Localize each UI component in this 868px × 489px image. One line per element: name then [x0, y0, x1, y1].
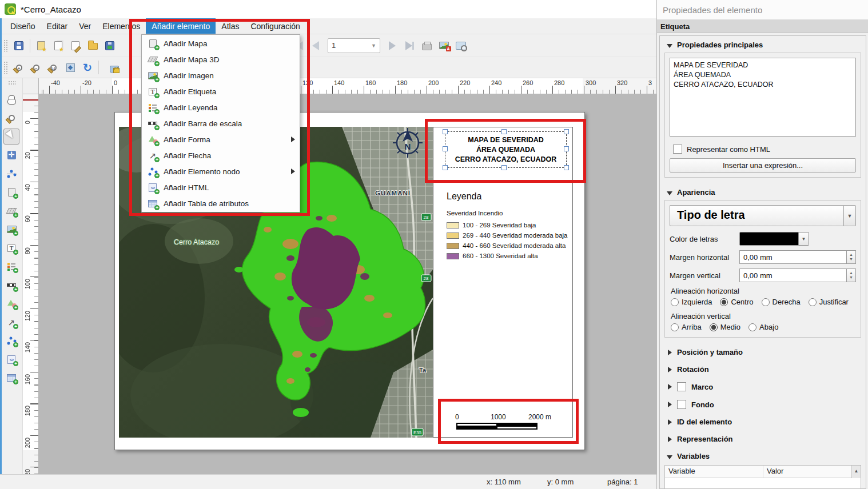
section-rotation[interactable]: Rotación	[660, 360, 866, 378]
frame-checkbox[interactable]	[677, 382, 686, 391]
pan-tool-button[interactable]	[3, 91, 19, 107]
font-color-button[interactable]: ▼	[739, 232, 809, 246]
section-appearance[interactable]: Apariencia	[660, 183, 866, 200]
chevron-down-icon[interactable]: ▼	[799, 232, 809, 246]
selection-handle[interactable]	[564, 165, 569, 170]
zoom-actual-button[interactable]: 1:1	[45, 59, 62, 76]
variables-table[interactable]: Variable Valor ▲	[664, 465, 861, 489]
add-attribute-table-button[interactable]	[3, 370, 19, 386]
radio-abajo[interactable]: Abajo	[748, 323, 778, 331]
new-layout-button[interactable]	[33, 37, 50, 54]
section-item-id[interactable]: ID del elemento	[660, 413, 866, 430]
selection-handle[interactable]	[443, 146, 448, 151]
margin-v-input[interactable]	[739, 268, 846, 282]
font-dropdown-button[interactable]: ▼	[843, 205, 856, 226]
duplicate-layout-button[interactable]	[50, 37, 67, 54]
last-page-button[interactable]	[401, 37, 418, 54]
add-legend-button[interactable]	[3, 258, 19, 274]
selection-handle[interactable]	[443, 165, 448, 170]
title-label-item[interactable]: MAPA DE SEVERIDAD ÁREA QUEMADA CERRO ATA…	[445, 131, 567, 168]
menu-item-anadir-barra-de-escala[interactable]: Añadir Barra de escala	[142, 115, 300, 131]
zoom-in-button[interactable]: +	[10, 59, 27, 76]
layout-canvas[interactable]: N Cerro Atacazo GUAMANÍ Ta 28 28 E35	[39, 94, 656, 474]
add-image-button[interactable]	[3, 221, 19, 237]
margin-h-spinner[interactable]: ▲▼	[739, 250, 856, 264]
menu-anadir-elemento[interactable]: Añadir elemento	[146, 18, 216, 34]
radio-izquierda[interactable]: Izquierda	[671, 298, 712, 306]
label-text-input[interactable]: MAPA DE SEVERIDAD ÁREA QUEMADA CERRO ATA…	[670, 58, 856, 137]
scroll-up-icon[interactable]: ▲	[851, 466, 861, 478]
export-image-button[interactable]	[435, 37, 452, 54]
legend-item[interactable]: Leyenda Severidad Incendio 100 - 269 Sev…	[447, 191, 567, 261]
section-background[interactable]: Fondo	[660, 395, 866, 413]
menu-item-anadir-etiqueta[interactable]: Añadir Etiqueta	[142, 83, 300, 99]
menu-item-anadir-html[interactable]: Añadir HTML	[142, 179, 300, 195]
radio-justificar[interactable]: Justificar	[809, 298, 849, 306]
selection-handle[interactable]	[564, 129, 569, 134]
menu-item-anadir-forma[interactable]: Añadir Forma	[142, 131, 300, 147]
menu-item-anadir-elemento-nodo[interactable]: Añadir Elemento nodo	[142, 163, 300, 179]
margin-v-spinner[interactable]: ▲▼	[739, 268, 856, 282]
variables-col-valor[interactable]: Valor	[763, 466, 861, 478]
selection-handle[interactable]	[501, 129, 507, 134]
add-html-button[interactable]	[3, 351, 19, 367]
scalebar-item[interactable]: 0 1000 2000 m	[455, 413, 552, 430]
selection-handle[interactable]	[564, 146, 569, 151]
spinner-arrows-icon[interactable]: ▲▼	[846, 250, 856, 264]
select-move-item-button[interactable]	[3, 129, 19, 145]
menu-configuracion[interactable]: Configuración	[245, 18, 305, 34]
zoom-tool-button[interactable]	[3, 110, 19, 126]
selection-handle[interactable]	[501, 165, 507, 170]
section-rendering[interactable]: Representación	[660, 430, 866, 447]
open-folder-button[interactable]	[84, 37, 101, 54]
menu-ver[interactable]: Ver	[73, 18, 97, 34]
selection-handle[interactable]	[443, 129, 448, 134]
background-checkbox[interactable]	[677, 400, 686, 409]
move-content-button[interactable]: ✛	[3, 147, 19, 163]
add-map-button[interactable]	[3, 184, 19, 200]
menu-item-anadir-tabla-de-atributos[interactable]: Añadir Tabla de atributos	[142, 195, 300, 211]
save-as-template-button[interactable]	[101, 37, 118, 54]
menu-atlas[interactable]: Atlas	[216, 18, 245, 34]
menu-item-anadir-mapa[interactable]: Añadir Mapa	[142, 35, 300, 51]
radio-derecha[interactable]: Derecha	[762, 298, 801, 306]
section-frame[interactable]: Marco	[660, 378, 866, 395]
zoom-out-button[interactable]: −	[27, 59, 45, 76]
add-map-3d-button[interactable]	[3, 203, 19, 219]
radio-arriba[interactable]: Arriba	[671, 323, 702, 331]
page-selector[interactable]: 1 ▼	[328, 38, 380, 53]
spinner-arrows-icon[interactable]: ▲▼	[846, 268, 856, 282]
add-scalebar-button[interactable]	[3, 277, 19, 293]
refresh-button[interactable]: ↻	[79, 59, 96, 76]
next-page-button[interactable]	[384, 37, 401, 54]
menu-diseno[interactable]: Diseño	[5, 18, 41, 34]
section-variables[interactable]: Variables	[660, 447, 866, 464]
save-button[interactable]	[10, 37, 27, 54]
menu-item-anadir-mapa-3d[interactable]: Añadir Mapa 3D	[142, 51, 300, 67]
variables-col-variable[interactable]: Variable	[665, 466, 763, 478]
zoom-full-button[interactable]: ✥	[62, 59, 79, 76]
menu-item-anadir-imagen[interactable]: Añadir Imagen	[142, 67, 300, 83]
render-html-checkbox[interactable]	[673, 145, 682, 154]
add-arrow-button[interactable]: ↗	[3, 314, 19, 330]
section-position-size[interactable]: Posición y tamaño	[660, 343, 866, 360]
font-button[interactable]: Tipo de letra	[670, 205, 843, 226]
print-button[interactable]	[418, 37, 435, 54]
menu-elementos[interactable]: Elementos	[97, 18, 146, 34]
add-node-item-button[interactable]	[3, 332, 19, 348]
menu-item-anadir-leyenda[interactable]: Añadir Leyenda	[142, 99, 300, 115]
layout-manager-button[interactable]	[67, 37, 84, 54]
add-label-button[interactable]	[3, 240, 19, 256]
menu-editar[interactable]: Editar	[41, 18, 74, 34]
radio-centro[interactable]: Centro	[720, 298, 753, 306]
menu-item-anadir-flecha[interactable]: ↗ Añadir Flecha	[142, 147, 300, 163]
add-shape-button[interactable]	[3, 295, 19, 311]
radio-medio[interactable]: Medio	[710, 323, 740, 331]
margin-h-input[interactable]	[739, 250, 846, 264]
insert-expression-button[interactable]: Insertar una expresión...	[670, 158, 856, 173]
section-main-properties[interactable]: Propiedades principales	[660, 36, 866, 53]
edit-nodes-button[interactable]	[3, 166, 19, 182]
preview-button[interactable]	[452, 37, 469, 54]
previous-page-button[interactable]	[307, 37, 324, 54]
lock-layers-button[interactable]	[106, 59, 123, 76]
